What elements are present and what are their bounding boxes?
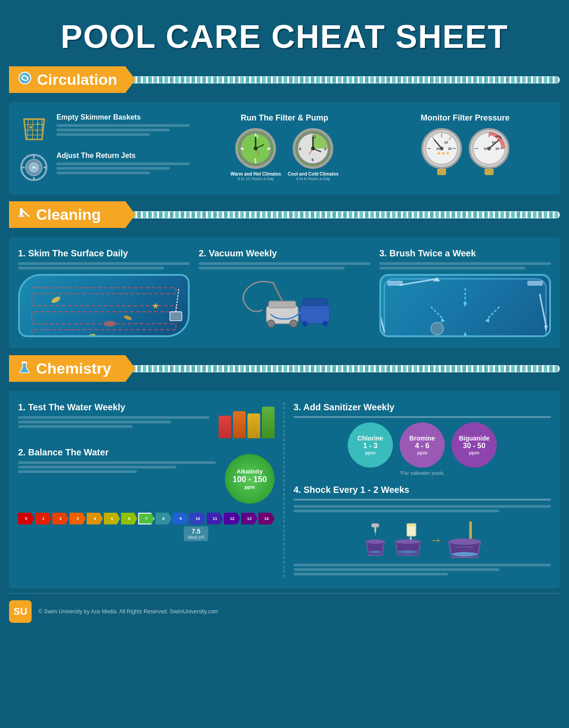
svg-point-82 [290,320,297,327]
svg-line-80 [273,283,282,301]
shock-step-3 [447,519,483,561]
circulation-text: Circulation [37,71,117,88]
jets-line-2 [56,167,170,170]
svg-text:12: 12 [312,135,316,139]
cleaning-section: 1. Skim The Surface Daily ★ ★ [9,237,560,348]
sanitizer-section: 3. Add Sanitizer Weekly Chlorine 1 - 3 p… [294,402,551,476]
cleaning-text: Cleaning [36,206,101,223]
rope-line [131,76,560,83]
svg-text:9: 9 [242,147,244,151]
alk-value: 100 - 150 [233,475,267,484]
jets-icon-box [18,152,50,183]
pressure-section: Monitor Filter Pressure [379,113,551,175]
balance-water-title: 2. Balance The Water [18,447,216,458]
su-logo: SU [9,600,32,623]
clock-face-warm: 12 3 6 9 [235,128,276,169]
circ-line-3 [56,133,150,136]
gauge-base-2 [485,169,494,175]
san-unit-0: ppm [365,450,375,455]
chemistry-grid: 1. Test The Water Weekly [18,402,551,577]
svg-text:6: 6 [312,158,314,162]
brush-pool-diagram [379,274,551,337]
circulation-grid: Empty Skimmer Baskets [18,113,551,183]
san-value-1: 4 - 6 [415,442,429,450]
chemistry-section: 1. Test The Water Weekly [9,391,560,589]
svg-point-70 [51,295,61,304]
svg-point-32 [254,147,257,150]
circulation-icon [18,71,32,88]
ph-9: 9 [173,513,189,524]
ph-6: 6 [121,513,137,524]
gauges-row: ★ ★ ★ 10 20 30 [379,128,551,175]
svg-point-0 [19,72,31,84]
svg-point-113 [396,539,420,544]
chemistry-label: Chemistry [9,355,135,382]
svg-text:12: 12 [254,135,259,139]
jets-line-1 [56,162,190,165]
alk-title: Alkalinity [237,468,263,475]
circ-line-1 [56,124,190,127]
brush-col: 3. Brush Twice a Week [379,248,551,337]
filter-pump-title: Run The Filter & Pump [199,113,370,123]
svg-point-116 [449,538,480,545]
brush-title: 3. Brush Twice a Week [379,248,551,259]
skimmer-item: Empty Skimmer Baskets [18,113,190,145]
clocks-row: 12 3 6 9 [199,128,370,181]
svg-point-86 [322,321,328,326]
svg-text:★: ★ [441,151,445,156]
jets-text: Adjust The Return Jets [56,152,190,176]
chemistry-banner: Chemistry [9,355,560,382]
svg-text:10: 10 [484,147,487,150]
svg-point-66 [487,147,491,150]
san-name-0: Chlorine [358,435,383,442]
clock-face-cool: 12 3 6 9 [293,128,333,169]
shock-step-1 [362,521,389,559]
test-kits [219,407,275,438]
test-water-text: 1. Test The Water Weekly [18,402,210,430]
ph-4: 4 [87,513,103,524]
svg-rect-84 [303,299,327,306]
svg-rect-102 [387,281,403,286]
sanitizer-title: 3. Add Sanitizer Weekly [294,402,551,413]
svg-text:★: ★ [437,151,441,156]
clock-section: Run The Filter & Pump [199,113,370,181]
svg-point-10 [29,126,32,129]
san-value-2: 30 - 50 [463,442,485,450]
svg-rect-68 [18,215,24,217]
rope-divider-1 [131,73,560,87]
skimmer-text: Empty Skimmer Baskets [56,113,190,138]
svg-line-4 [33,119,33,139]
svg-text:20: 20 [444,141,448,144]
sanitizer-chlorine: Chlorine 1 - 3 ppm [348,422,393,468]
circulation-left-col: Empty Skimmer Baskets [18,113,190,183]
svg-rect-16 [33,155,35,158]
shock-section: 4. Shock Every 1 - 2 Weeks [294,485,551,575]
svg-point-110 [369,551,382,553]
san-name-2: Biguanide [459,435,490,442]
test-water-title: 1. Test The Water Weekly [18,402,210,413]
skim-pool-diagram: ★ ★ [18,274,190,337]
chemistry-text: Chemistry [36,360,111,377]
page-title: POOL CARE CHEAT SHEET [9,9,560,66]
clock-warm-sub: 8 to 12 Hours a Day [230,176,281,181]
shock-row: → [294,519,551,561]
svg-rect-17 [33,177,35,181]
sanitizer-biguanide: Biguanide 30 - 50 ppm [452,422,497,468]
svg-rect-112 [408,524,415,526]
rope-line-3 [131,365,560,372]
svg-rect-87 [384,279,546,337]
rope-divider-3 [131,362,560,376]
svg-point-109 [366,539,384,544]
vacuum-area [199,274,370,337]
jets-item: Adjust The Return Jets [18,152,190,183]
sanitizer-bromine: Bromine 4 - 6 ppm [400,422,445,468]
ph-11: 11 [207,513,223,524]
clock-cool: 12 3 6 9 Cool and Cold Climates [288,128,338,181]
ph-scale-container: 0 1 2 3 4 5 6 7 8 9 10 11 12 [18,513,275,541]
ph-sublabel: Ideal pH [187,535,204,540]
svg-point-43 [311,147,315,150]
rope-divider-2 [131,208,560,222]
gauge-base-1 [437,169,446,175]
svg-text:3: 3 [267,147,269,151]
ph-12: 12 [224,513,240,524]
